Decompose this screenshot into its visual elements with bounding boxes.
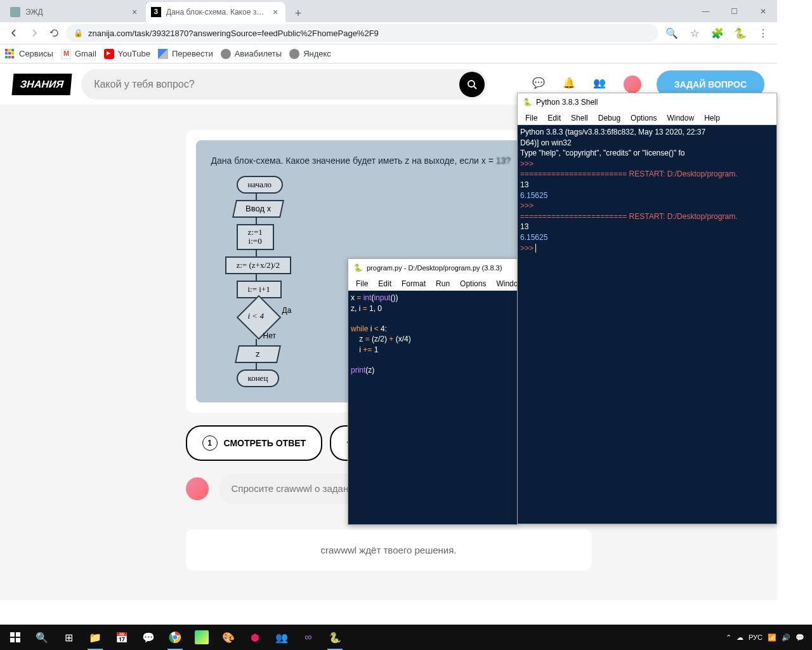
bookmark-label: Авиабилеты: [235, 49, 282, 58]
minimize-button[interactable]: —: [691, 0, 720, 22]
app-taskbar[interactable]: ⬢: [242, 625, 268, 650]
menu-options[interactable]: Options: [625, 112, 662, 124]
extension-icon[interactable]: 🧩: [709, 24, 726, 42]
svg-rect-4: [10, 638, 15, 642]
bookmarks-bar: Сервисы Gmail YouTube Перевести Авиабиле…: [0, 44, 777, 63]
apps-icon: [5, 49, 15, 59]
bookmark-flights[interactable]: Авиабилеты: [221, 49, 282, 59]
waiting-text: crawwwl ждёт твоего решения.: [201, 545, 577, 555]
explorer-taskbar[interactable]: 📁: [82, 625, 108, 650]
browser-tab-1[interactable]: З Дана блок-схема. Какое значен ×: [146, 2, 285, 22]
maximize-button[interactable]: ☐: [720, 0, 749, 22]
fc-init: z:=1 i:=0: [237, 224, 274, 250]
browser-tab-0[interactable]: ЭЖД ×: [5, 2, 145, 22]
close-button[interactable]: ✕: [749, 0, 777, 22]
star-icon[interactable]: ☆: [686, 24, 704, 42]
chrome-taskbar[interactable]: [162, 625, 188, 650]
windows-taskbar: 🔍 ⊞ 📁 📅 💬 🎨 ⬢ 👥 ∞ 🐍 ⌃ ☁ РУС 📶 🔊 💬: [0, 625, 812, 650]
volume-icon[interactable]: 🔊: [782, 633, 790, 642]
shell-titlebar[interactable]: 🐍 Python 3.8.3 Shell: [518, 93, 776, 111]
tab-strip: ЭЖД × З Дана блок-схема. Какое значен × …: [0, 0, 777, 22]
fc-input: Ввод x: [232, 200, 284, 218]
search-toolbar-icon[interactable]: 🔍: [663, 24, 681, 42]
fc-yes-label: Да: [282, 306, 292, 315]
friends-icon[interactable]: 👥: [593, 77, 608, 92]
menu-file[interactable]: File: [520, 112, 542, 124]
menu-help[interactable]: Help: [699, 112, 725, 124]
onedrive-icon[interactable]: ☁: [737, 633, 743, 642]
start-button[interactable]: [3, 625, 28, 650]
powertoys-taskbar[interactable]: 🎨: [216, 625, 241, 650]
search-button[interactable]: [459, 72, 485, 97]
svg-point-8: [173, 635, 178, 640]
back-button[interactable]: [5, 24, 23, 42]
menu-edit[interactable]: Edit: [373, 278, 396, 289]
search-taskbar-button[interactable]: 🔍: [29, 625, 55, 650]
fc-formula: z:= (z+x/2)/2: [225, 256, 291, 274]
search-input[interactable]: [81, 69, 487, 100]
menu-icon[interactable]: ⋮: [754, 24, 772, 42]
svg-line-1: [474, 86, 476, 89]
menu-file[interactable]: File: [351, 278, 373, 289]
tray-chevron-icon[interactable]: ⌃: [726, 633, 731, 642]
reload-button[interactable]: [46, 24, 63, 42]
asker-avatar[interactable]: [186, 477, 209, 500]
messages-icon[interactable]: 💬: [532, 77, 547, 92]
whatsapp-taskbar[interactable]: 💬: [136, 625, 161, 650]
python-extension-icon[interactable]: 🐍: [731, 24, 749, 42]
globe-icon: [221, 49, 231, 59]
question-text: Дана блок-схема. Какое значение будет им…: [211, 156, 566, 166]
tab-favicon-icon: З: [151, 7, 161, 17]
calendar-taskbar[interactable]: 📅: [109, 625, 134, 650]
new-tab-button[interactable]: +: [289, 4, 307, 22]
menu-format[interactable]: Format: [396, 278, 431, 289]
forward-button[interactable]: [25, 24, 43, 42]
svg-rect-2: [10, 632, 15, 637]
fc-start: начало: [237, 176, 284, 194]
bookmark-gmail[interactable]: Gmail: [61, 49, 96, 59]
translate-icon: [158, 49, 168, 59]
python-icon: 🐍: [353, 263, 363, 272]
bookmark-label: YouTube: [118, 49, 150, 58]
wifi-icon[interactable]: 📶: [768, 633, 776, 642]
idle-taskbar[interactable]: 🐍: [322, 625, 348, 650]
bookmark-youtube[interactable]: YouTube: [104, 49, 150, 59]
teams-taskbar[interactable]: 👥: [269, 625, 294, 650]
fc-end: конец: [237, 369, 280, 387]
fc-output: z: [235, 345, 280, 363]
svg-point-0: [468, 81, 475, 87]
user-avatar[interactable]: [624, 76, 641, 93]
menu-shell[interactable]: Shell: [566, 112, 593, 124]
answer-count-badge: 1: [202, 435, 218, 451]
znanija-logo[interactable]: ЗНАНИЯ: [12, 74, 72, 95]
address-bar[interactable]: 🔒 znanija.com/task/39321870?answeringSou…: [66, 24, 658, 42]
task-view-button[interactable]: ⊞: [56, 625, 81, 650]
bookmark-label: Яндекс: [303, 49, 331, 58]
menu-debug[interactable]: Debug: [593, 112, 625, 124]
menu-options[interactable]: Options: [455, 278, 491, 289]
notifications-icon[interactable]: 🔔: [563, 77, 578, 92]
menu-edit[interactable]: Edit: [542, 112, 566, 124]
pycharm-taskbar[interactable]: [195, 630, 209, 644]
search-wrap: [81, 69, 487, 100]
tab-close-icon[interactable]: ×: [129, 7, 140, 17]
editor-titlebar[interactable]: 🐍 program.py - D:/Desktop/program.py (3.…: [348, 259, 517, 277]
tab-close-icon[interactable]: ×: [270, 7, 280, 17]
python-shell-window[interactable]: 🐍 Python 3.8.3 Shell File Edit Shell Deb…: [517, 93, 777, 524]
bookmark-translate[interactable]: Перевести: [158, 49, 213, 59]
editor-code[interactable]: x = int(input()) z, i = 1, 0 while i < 4…: [348, 291, 517, 524]
python-editor-window[interactable]: 🐍 program.py - D:/Desktop/program.py (3.…: [348, 258, 518, 525]
tab-title: Дана блок-схема. Какое значен: [166, 8, 265, 17]
notifications-tray-icon[interactable]: 💬: [796, 633, 804, 642]
menu-run[interactable]: Run: [431, 278, 455, 289]
bookmark-label: Перевести: [172, 49, 213, 58]
bookmark-yandex[interactable]: Яндекс: [289, 49, 331, 59]
view-answer-button[interactable]: 1 СМОТРЕТЬ ОТВЕТ: [186, 425, 323, 461]
bookmark-apps[interactable]: Сервисы: [5, 49, 53, 59]
vs-taskbar[interactable]: ∞: [296, 625, 321, 650]
language-indicator[interactable]: РУС: [749, 633, 763, 641]
menu-window[interactable]: Window: [662, 112, 699, 124]
shell-output[interactable]: Python 3.8.3 (tags/v3.8.3:6f8c832, May 1…: [518, 125, 776, 524]
shell-menubar: File Edit Shell Debug Options Window Hel…: [518, 111, 776, 125]
svg-rect-3: [16, 632, 20, 637]
